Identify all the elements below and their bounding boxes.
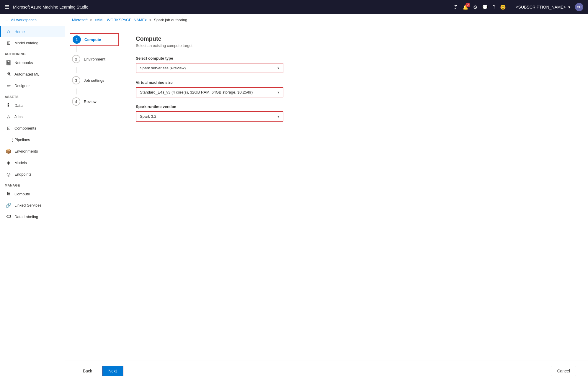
sidebar-item-designer[interactable]: ✏ Designer <box>0 80 65 91</box>
environments-label: Environments <box>14 149 38 153</box>
vm-size-field: Virtual machine size Standard_E4s_v3 (4 … <box>136 80 576 97</box>
step-4-circle: 4 <box>72 97 80 106</box>
step-2-number: 2 <box>75 57 77 61</box>
subscription-chevron: ▾ <box>568 5 570 9</box>
spark-version-field: Spark runtime version Spark 3.2 ▾ <box>136 104 576 122</box>
sidebar-item-model-catalog[interactable]: ⊞ Model catalog <box>0 37 65 49</box>
home-label: Home <box>14 30 25 34</box>
sidebar-item-home[interactable]: ⌂ Home <box>0 26 65 37</box>
assets-section-label: Assets <box>0 91 65 100</box>
step-4-label: Review <box>84 99 97 104</box>
breadcrumb: Microsoft > <AML_WORKSPACE_NAME> > Spark… <box>65 14 588 26</box>
step-1-circle: 1 <box>73 35 81 44</box>
sidebar-item-automated-ml[interactable]: ⚗ Automated ML <box>0 68 65 80</box>
notifications-icon[interactable]: 🔔 2 <box>463 4 468 10</box>
step-2-circle: 2 <box>72 55 80 63</box>
sidebar-item-notebooks[interactable]: 📓 Notebooks <box>0 57 65 68</box>
topbar-divider <box>511 4 511 11</box>
breadcrumb-microsoft[interactable]: Microsoft <box>72 18 88 22</box>
jobs-icon: △ <box>6 114 12 120</box>
content-area: Microsoft > <AML_WORKSPACE_NAME> > Spark… <box>65 14 588 381</box>
step-2-item[interactable]: 2 Environment <box>70 52 119 66</box>
sidebar-item-components[interactable]: ⊡ Components <box>0 122 65 134</box>
step-3-item[interactable]: 3 Job settings <box>70 73 119 87</box>
compute-type-label: Select compute type <box>136 56 576 60</box>
vm-size-label: Virtual machine size <box>136 80 576 85</box>
breadcrumb-workspace[interactable]: <AML_WORKSPACE_NAME> <box>94 18 147 22</box>
action-bar: Back Next Cancel <box>65 361 588 381</box>
breadcrumb-current: Spark job authoring <box>154 18 187 22</box>
spark-version-value: Spark 3.2 <box>140 114 156 119</box>
notebooks-icon: 📓 <box>6 60 12 66</box>
data-labeling-icon: 🏷 <box>6 214 12 219</box>
designer-icon: ✏ <box>6 83 12 89</box>
models-icon: ◈ <box>6 160 12 166</box>
designer-label: Designer <box>14 84 30 88</box>
account-icon[interactable]: 😊 <box>500 4 506 10</box>
manage-section-label: Manage <box>0 180 65 188</box>
cancel-button[interactable]: Cancel <box>551 366 576 376</box>
step-2-label: Environment <box>84 57 105 61</box>
next-button[interactable]: Next <box>102 366 123 376</box>
spark-version-select[interactable]: Spark 3.2 ▾ <box>136 111 283 122</box>
vm-size-value: Standard_E4s_v3 (4 core(s), 32GB RAM, 64… <box>140 90 253 94</box>
feedback-icon[interactable]: 💬 <box>482 4 488 10</box>
app-title: Microsoft Azure Machine Learning Studio <box>13 5 450 9</box>
back-button[interactable]: Back <box>77 366 98 376</box>
sidebar-item-pipelines[interactable]: ⋮⋮ Pipelines <box>0 134 65 145</box>
authoring-section-label: Authoring <box>0 49 65 57</box>
breadcrumb-sep1: > <box>90 18 92 22</box>
notebooks-label: Notebooks <box>14 60 33 65</box>
sidebar-item-models[interactable]: ◈ Models <box>0 157 65 169</box>
all-workspaces-link[interactable]: ← All workspaces <box>0 14 65 26</box>
components-icon: ⊡ <box>6 125 12 131</box>
sidebar: ← All workspaces ⌂ Home ⊞ Model catalog … <box>0 14 65 381</box>
notification-badge: 2 <box>466 3 470 7</box>
environments-icon: 📦 <box>6 148 12 154</box>
models-label: Models <box>14 161 27 165</box>
jobs-label: Jobs <box>14 115 22 119</box>
linked-services-icon: 🔗 <box>6 202 12 208</box>
step-4-number: 4 <box>75 99 77 104</box>
sidebar-item-linked-services[interactable]: 🔗 Linked Services <box>0 200 65 211</box>
vm-size-select[interactable]: Standard_E4s_v3 (4 core(s), 32GB RAM, 64… <box>136 87 283 97</box>
pipelines-icon: ⋮⋮ <box>6 137 12 143</box>
step-4-item[interactable]: 4 Review <box>70 94 119 109</box>
sidebar-item-environments[interactable]: 📦 Environments <box>0 145 65 157</box>
subscription-selector[interactable]: <SUBSCRIPTION_NAME> ▾ <box>516 5 570 9</box>
compute-type-field: Select compute type Spark serverless (Pr… <box>136 56 576 73</box>
pipelines-label: Pipelines <box>14 138 30 142</box>
help-icon[interactable]: ? <box>493 4 495 10</box>
all-workspaces-label: All workspaces <box>11 18 37 22</box>
components-label: Components <box>14 126 36 130</box>
hamburger-icon[interactable]: ☰ <box>5 4 9 10</box>
history-icon[interactable]: ⏱ <box>453 4 458 10</box>
step-connector-2 <box>76 67 76 73</box>
step-1-item[interactable]: 1 Compute <box>70 33 119 46</box>
model-catalog-label: Model catalog <box>14 41 38 45</box>
user-avatar[interactable]: CU <box>575 3 583 11</box>
step-3-label: Job settings <box>84 78 104 83</box>
sidebar-item-data-labeling[interactable]: 🏷 Data Labeling <box>0 211 65 222</box>
subscription-name: <SUBSCRIPTION_NAME> <box>516 5 566 9</box>
sidebar-item-jobs[interactable]: △ Jobs <box>0 111 65 122</box>
sidebar-item-endpoints[interactable]: ◎ Endpoints <box>0 169 65 180</box>
data-icon: 🗄 <box>6 103 12 108</box>
main-layout: ← All workspaces ⌂ Home ⊞ Model catalog … <box>0 14 588 381</box>
settings-icon[interactable]: ⚙ <box>473 4 477 10</box>
automated-ml-icon: ⚗ <box>6 71 12 77</box>
sidebar-item-compute[interactable]: 🖥 Compute <box>0 188 65 200</box>
automated-ml-label: Automated ML <box>14 72 40 76</box>
compute-type-select[interactable]: Spark serverless (Preview) ▾ <box>136 63 283 73</box>
topbar: ☰ Microsoft Azure Machine Learning Studi… <box>0 0 588 14</box>
sidebar-item-data[interactable]: 🗄 Data <box>0 100 65 111</box>
topbar-icons: ⏱ 🔔 2 ⚙ 💬 ? 😊 <SUBSCRIPTION_NAME> ▾ CU <box>453 3 583 11</box>
compute-nav-label: Compute <box>14 192 30 196</box>
steps-panel: 1 Compute 2 Environment 3 <box>65 26 124 361</box>
compute-type-value: Spark serverless (Preview) <box>140 66 186 70</box>
endpoints-icon: ◎ <box>6 171 12 177</box>
step-1-label: Compute <box>84 37 101 42</box>
step-3-number: 3 <box>75 78 77 83</box>
vm-size-chevron: ▾ <box>277 90 279 94</box>
linked-services-label: Linked Services <box>14 203 42 207</box>
